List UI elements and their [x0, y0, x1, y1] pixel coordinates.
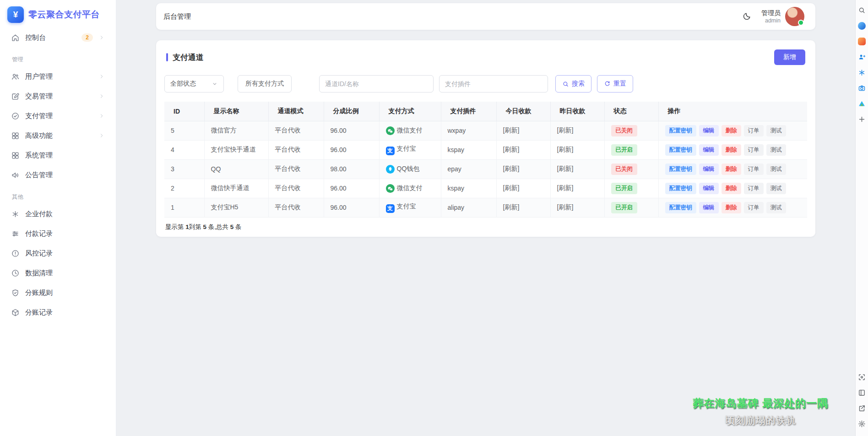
plugin-input[interactable] [439, 75, 548, 93]
cell-today-refresh[interactable]: [刷新] [496, 140, 550, 159]
sidebar-item-label: 数据清理 [25, 269, 105, 278]
cell-yesterday-refresh[interactable]: [刷新] [550, 198, 604, 217]
sidebar-item[interactable]: 用户管理 [5, 67, 111, 86]
contacts-icon[interactable] [857, 52, 867, 61]
topbar-right: 管理员 admin [742, 7, 804, 26]
add-icon[interactable] [857, 114, 867, 124]
delete-button[interactable]: 删除 [722, 202, 741, 213]
configure-key-button[interactable]: 配置密钥 [665, 202, 696, 213]
screenshot-icon[interactable] [857, 372, 867, 382]
channel-id-name-input[interactable] [319, 75, 434, 93]
cell-plugin: kspay [441, 179, 496, 198]
sidebar-item-label: 公告管理 [25, 171, 105, 180]
status-filter-select[interactable]: 全部状态 [164, 75, 224, 93]
nav-section-label: 管理 [0, 48, 116, 66]
wechat-pay-icon [386, 184, 395, 193]
card-title: 支付通道 [166, 52, 204, 63]
cell-actions: 配置密钥编辑删除订单测试 [658, 198, 807, 217]
orders-button[interactable]: 订单 [744, 202, 764, 213]
cell-plugin: wxpay [441, 121, 496, 140]
test-button[interactable]: 测试 [766, 144, 786, 156]
cell-ratio: 96.00 [324, 121, 379, 140]
add-button[interactable]: 新增 [774, 49, 805, 65]
test-button[interactable]: 测试 [766, 125, 786, 136]
payment-method-filter-button[interactable]: 所有支付方式 [238, 75, 292, 93]
sidebar-item[interactable]: 支付管理 [5, 106, 111, 125]
configure-key-button[interactable]: 配置密钥 [665, 125, 696, 136]
reader-icon[interactable] [857, 388, 867, 397]
clock-icon [11, 269, 20, 278]
sidebar-item[interactable]: 企业付款 [5, 204, 111, 223]
edit-button[interactable]: 编辑 [699, 202, 719, 213]
table-header-row: ID显示名称通道模式分成比例支付方式支付插件今日收款昨日收款状态操作 [164, 102, 807, 121]
sidebar-item[interactable]: 分账规则 [5, 283, 111, 302]
cell-yesterday-refresh[interactable]: [刷新] [550, 121, 604, 140]
configure-key-button[interactable]: 配置密钥 [665, 144, 696, 156]
user-menu[interactable]: 管理员 admin [761, 7, 804, 26]
sidebar-item[interactable]: 高级功能 [5, 126, 111, 145]
edit-button[interactable]: 编辑 [699, 164, 719, 175]
app-triangle-icon[interactable] [857, 99, 867, 108]
cell-id: 3 [164, 159, 204, 179]
sidebar-item[interactable]: 分账记录 [5, 303, 111, 322]
cell-yesterday-refresh[interactable]: [刷新] [550, 159, 604, 179]
cell-plugin: alipay [441, 198, 496, 217]
configure-key-button[interactable]: 配置密钥 [665, 164, 696, 175]
chevron-right-icon [98, 73, 105, 80]
cell-channel-mode: 平台代收 [268, 140, 324, 159]
cell-today-refresh[interactable]: [刷新] [496, 198, 550, 217]
status-badge: 已关闭 [611, 125, 638, 136]
cell-actions: 配置密钥编辑删除订单测试 [658, 179, 807, 198]
configure-key-button[interactable]: 配置密钥 [665, 183, 696, 194]
avatar[interactable] [785, 7, 804, 26]
cell-yesterday-refresh[interactable]: [刷新] [550, 140, 604, 159]
orders-button[interactable]: 订单 [744, 164, 764, 175]
cell-today-refresh[interactable]: [刷新] [496, 159, 550, 179]
delete-button[interactable]: 删除 [722, 144, 741, 156]
test-button[interactable]: 测试 [766, 164, 786, 175]
app-orange-icon[interactable] [857, 37, 867, 46]
cell-ratio: 96.00 [324, 198, 379, 217]
alipay-icon: 支 [386, 147, 395, 155]
cell-status: 已开启 [604, 198, 658, 217]
cell-display-name: 微信官方 [204, 121, 268, 140]
sidebar-item[interactable]: 公告管理 [5, 165, 111, 185]
settings-icon[interactable] [857, 419, 867, 428]
cell-yesterday-refresh[interactable]: [刷新] [550, 179, 604, 198]
sidebar-item[interactable]: 控制台2 [5, 28, 111, 47]
dark-mode-toggle-icon[interactable] [742, 12, 751, 21]
delete-button[interactable]: 删除 [722, 125, 741, 136]
delete-button[interactable]: 删除 [722, 164, 741, 175]
sidebar-item[interactable]: 系统管理 [5, 146, 111, 165]
app-blue-icon[interactable] [857, 21, 867, 30]
orders-button[interactable]: 订单 [744, 183, 764, 194]
test-button[interactable]: 测试 [766, 183, 786, 194]
camera-icon[interactable] [857, 83, 867, 93]
cell-plugin: kspay [441, 140, 496, 159]
sidebar-item-label: 支付管理 [25, 112, 93, 120]
cell-payment-method: 微信支付 [379, 179, 441, 198]
cell-today-refresh[interactable]: [刷新] [496, 121, 550, 140]
sidebar-item[interactable]: 付款记录 [5, 224, 111, 243]
cell-status: 已开启 [604, 140, 658, 159]
cell-today-refresh[interactable]: [刷新] [496, 179, 550, 198]
search-icon[interactable] [857, 5, 867, 15]
orders-button[interactable]: 订单 [744, 125, 764, 136]
reset-button[interactable]: 重置 [597, 75, 633, 93]
share-icon[interactable] [857, 403, 867, 413]
edit-button[interactable]: 编辑 [699, 183, 719, 194]
sidebar-item-label: 分账规则 [25, 289, 105, 297]
sidebar-item[interactable]: 风控记录 [5, 244, 111, 263]
search-icon [562, 81, 569, 87]
app-root: ¥ 零云聚合支付平台 控制台2管理用户管理交易管理支付管理高级功能系统管理公告管… [0, 0, 868, 436]
app-flower-icon[interactable] [857, 68, 867, 77]
sidebar-item[interactable]: 数据清理 [5, 263, 111, 283]
edit-button[interactable]: 编辑 [699, 125, 719, 136]
delete-button[interactable]: 删除 [722, 183, 741, 194]
sidebar-item[interactable]: 交易管理 [5, 87, 111, 106]
main-area: 后台管理 管理员 admin [116, 0, 855, 436]
orders-button[interactable]: 订单 [744, 144, 764, 156]
edit-button[interactable]: 编辑 [699, 144, 719, 156]
search-button[interactable]: 搜索 [555, 75, 591, 93]
test-button[interactable]: 测试 [766, 202, 786, 213]
